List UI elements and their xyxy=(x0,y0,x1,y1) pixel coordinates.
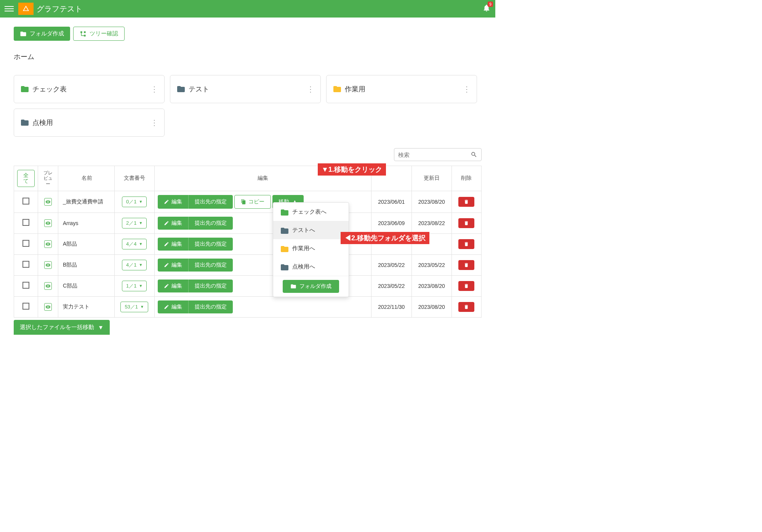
folder-icon xyxy=(20,30,27,37)
move-menu-label: テストへ xyxy=(292,227,315,234)
select-all-button[interactable]: 全て xyxy=(17,170,35,187)
folder-name: チェック表 xyxy=(32,85,150,94)
eye-icon xyxy=(45,241,51,247)
doc-number-button[interactable]: 1／1 ▼ xyxy=(122,281,147,291)
assign-button[interactable]: 提出先の指定 xyxy=(188,238,233,251)
header-updated: 更新日 xyxy=(411,166,451,191)
trash-icon xyxy=(464,262,469,268)
row-checkbox[interactable] xyxy=(22,261,29,268)
edit-button[interactable]: 編集 xyxy=(158,217,188,230)
preview-button[interactable] xyxy=(44,240,52,248)
chevron-down-icon: ▼ xyxy=(139,284,142,288)
row-created: 2023/06/09 xyxy=(371,212,411,233)
folder-card[interactable]: 点検用⋮ xyxy=(14,109,165,137)
move-menu-item[interactable]: チェック表へ xyxy=(273,203,349,221)
preview-button[interactable] xyxy=(44,219,52,227)
row-checkbox[interactable] xyxy=(22,303,29,310)
trash-icon xyxy=(464,199,469,204)
row-checkbox[interactable] xyxy=(22,240,29,247)
row-created: 2023/05/22 xyxy=(371,275,411,296)
delete-button[interactable] xyxy=(458,218,474,228)
delete-button[interactable] xyxy=(458,260,474,270)
notifications-button[interactable]: 9 xyxy=(482,4,491,14)
chevron-down-icon: ▼ xyxy=(98,324,104,331)
move-menu-item[interactable]: 作業用へ xyxy=(273,239,349,257)
folder-name: テスト xyxy=(189,85,307,94)
row-checkbox[interactable] xyxy=(22,198,29,204)
chevron-down-icon: ▼ xyxy=(139,200,142,204)
eye-icon xyxy=(45,304,51,310)
delete-button[interactable] xyxy=(458,239,474,249)
chevron-down-icon: ▼ xyxy=(139,263,142,267)
svg-rect-1 xyxy=(84,31,86,33)
folder-card[interactable]: 作業用⋮ xyxy=(326,75,477,103)
app-logo[interactable] xyxy=(18,3,34,15)
search-box[interactable] xyxy=(394,148,482,161)
move-menu-label: チェック表へ xyxy=(292,208,327,216)
row-updated: 2023/08/20 xyxy=(411,275,451,296)
more-icon[interactable]: ⋮ xyxy=(150,118,158,127)
more-icon[interactable]: ⋮ xyxy=(307,85,314,94)
breadcrumb: ホーム xyxy=(14,52,482,61)
doc-number-button[interactable]: 4／1 ▼ xyxy=(122,260,147,270)
notification-badge: 9 xyxy=(488,2,493,7)
assign-button[interactable]: 提出先の指定 xyxy=(188,300,233,313)
delete-button[interactable] xyxy=(458,281,474,291)
row-name: C部品 xyxy=(58,275,114,296)
move-menu-item[interactable]: 点検用へ xyxy=(273,257,349,276)
assign-button[interactable]: 提出先の指定 xyxy=(188,217,233,230)
tree-view-label: ツリー確認 xyxy=(90,30,118,37)
preview-button[interactable] xyxy=(44,261,52,269)
row-checkbox[interactable] xyxy=(22,282,29,289)
folder-icon xyxy=(20,118,29,127)
assign-button[interactable]: 提出先の指定 xyxy=(188,259,233,272)
chevron-down-icon: ▼ xyxy=(139,221,142,225)
triangle-icon xyxy=(22,5,30,13)
row-updated: 2023/05/22 xyxy=(411,254,451,275)
header-preview: プレビュー xyxy=(38,166,58,191)
folder-card[interactable]: チェック表⋮ xyxy=(14,75,165,103)
delete-button[interactable] xyxy=(458,197,474,207)
assign-button[interactable]: 提出先の指定 xyxy=(188,280,233,292)
row-created: 2022/11/30 xyxy=(371,296,411,317)
row-name: 実力テスト xyxy=(58,296,114,317)
preview-button[interactable] xyxy=(44,303,52,311)
assign-button[interactable]: 提出先の指定 xyxy=(188,195,233,209)
edit-button[interactable]: 編集 xyxy=(158,195,188,209)
table-row: Arrays2／1 ▼編集提出先の指定2023/06/092023/08/22 xyxy=(14,212,482,233)
doc-number-button[interactable]: 4／4 ▼ xyxy=(122,239,147,249)
create-folder-button[interactable]: フォルダ作成 xyxy=(14,27,70,41)
edit-button[interactable]: 編集 xyxy=(158,238,188,251)
preview-button[interactable] xyxy=(44,282,52,290)
move-menu-item[interactable]: テストへ xyxy=(273,221,349,239)
doc-number-button[interactable]: 2／1 ▼ xyxy=(122,218,147,228)
more-icon[interactable]: ⋮ xyxy=(150,85,158,94)
folder-icon xyxy=(333,85,342,94)
tree-view-button[interactable]: ツリー確認 xyxy=(73,27,125,41)
pencil-icon xyxy=(164,199,169,204)
edit-button[interactable]: 編集 xyxy=(158,300,188,313)
copy-button[interactable]: コピー xyxy=(234,195,271,209)
menu-icon[interactable] xyxy=(5,4,14,13)
preview-button[interactable] xyxy=(44,198,52,206)
more-icon[interactable]: ⋮ xyxy=(463,85,471,94)
doc-number-button[interactable]: 53／1 ▼ xyxy=(120,302,148,312)
svg-rect-0 xyxy=(80,31,82,33)
folder-card[interactable]: テスト⋮ xyxy=(170,75,321,103)
edit-button[interactable]: 編集 xyxy=(158,259,188,272)
callout-2: ◀2.移動先フォルダを選択 xyxy=(341,232,429,244)
row-created: 2023/06/01 xyxy=(371,191,411,212)
row-name: _旅費交通費申請 xyxy=(58,191,114,212)
delete-button[interactable] xyxy=(458,302,474,312)
row-updated: 2023/08/22 xyxy=(411,212,451,233)
doc-number-button[interactable]: 0／1 ▼ xyxy=(122,197,147,207)
edit-button[interactable]: 編集 xyxy=(158,280,188,292)
trash-icon xyxy=(464,241,469,247)
row-updated: 2023/08/20 xyxy=(411,296,451,317)
row-checkbox[interactable] xyxy=(22,219,29,226)
bulk-move-button[interactable]: 選択したファイルを一括移動 ▼ xyxy=(14,320,110,335)
dropdown-create-folder-button[interactable]: フォルダ作成 xyxy=(283,280,339,293)
search-input[interactable] xyxy=(398,152,471,158)
table-row: C部品1／1 ▼編集提出先の指定2023/05/222023/08/20 xyxy=(14,275,482,296)
folder-icon xyxy=(280,208,289,217)
